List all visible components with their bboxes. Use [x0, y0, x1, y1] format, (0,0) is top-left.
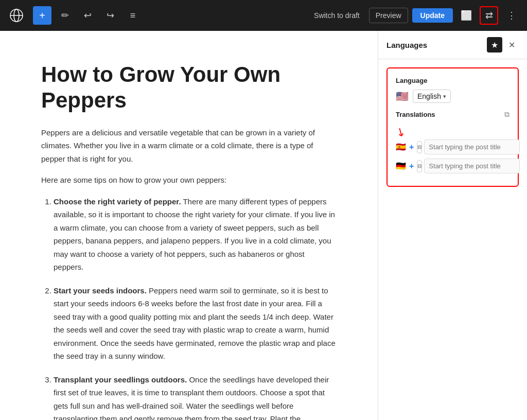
language-section: Language 🇺🇸 English ▾ Translations ⧉ ↘ 🇪…: [387, 67, 519, 187]
intro-paragraph: Peppers are a delicious and versatile ve…: [41, 126, 337, 166]
translation-input-es[interactable]: [424, 139, 520, 154]
panel-header: Languages ★ ✕: [378, 31, 527, 59]
switch-to-draft-button[interactable]: Switch to draft: [309, 8, 365, 23]
tip-bold-2: Start your seeds indoors.: [54, 286, 147, 295]
topbar: + ✏ ↩ ↪ ≡ Switch to draft Preview Update…: [0, 0, 527, 31]
copy-icon: ⧉: [504, 110, 510, 119]
translate-de-button[interactable]: ⊟: [417, 160, 422, 172]
translation-item-es: 🇪🇸 + ⊟: [396, 139, 510, 154]
editor-area: How to Grow Your Own Peppers Peppers are…: [0, 31, 378, 420]
list-item: Start your seeds indoors. Peppers need w…: [54, 284, 337, 363]
red-arrow-icon: ↘: [393, 124, 408, 140]
close-panel-button[interactable]: ✕: [504, 38, 519, 52]
list-item: Choose the right variety of pepper. Ther…: [54, 195, 337, 274]
panel-title: Languages: [387, 41, 427, 49]
post-content: Peppers are a delicious and versatile ve…: [41, 126, 337, 420]
sidebar-panel: Languages ★ ✕ Language 🇺🇸 English ▾ Tran…: [378, 31, 527, 420]
us-flag-icon: 🇺🇸: [396, 90, 409, 102]
tip-bold-1: Choose the right variety of pepper.: [54, 197, 181, 206]
preview-button[interactable]: Preview: [369, 8, 408, 23]
pencil-icon[interactable]: ✏: [56, 6, 74, 25]
language-label: Language: [396, 77, 510, 84]
tip-text-2: Peppers need warm soil to germinate, so …: [54, 286, 336, 361]
de-flag-icon: 🇩🇪: [396, 161, 406, 171]
undo-button[interactable]: ↩: [78, 6, 97, 25]
view-toggle-button[interactable]: ⬜: [457, 6, 476, 25]
translation-input-de[interactable]: [424, 159, 520, 173]
tips-intro: Here are some tips on how to grow your o…: [41, 173, 337, 187]
translation-item-de: 🇩🇪 + ⊟: [396, 159, 510, 173]
panel-header-icons: ★ ✕: [487, 37, 519, 52]
post-title[interactable]: How to Grow Your Own Peppers: [41, 62, 337, 114]
translations-row: Translations ⧉: [396, 110, 510, 119]
add-button[interactable]: +: [33, 6, 51, 25]
translations-label: Translations: [396, 111, 435, 118]
wp-logo: [6, 5, 27, 26]
main-layout: How to Grow Your Own Peppers Peppers are…: [0, 31, 527, 420]
chevron-down-icon: ▾: [443, 93, 446, 100]
translate-es-button[interactable]: ⊟: [417, 141, 422, 153]
tips-list: Choose the right variety of pepper. Ther…: [41, 195, 337, 420]
language-value: English: [417, 92, 441, 100]
language-row: 🇺🇸 English ▾: [396, 90, 510, 103]
translate-button[interactable]: ⇄: [480, 6, 498, 25]
es-flag-icon: 🇪🇸: [396, 142, 406, 152]
more-options-button[interactable]: ⋮: [502, 6, 521, 25]
add-translation-de-button[interactable]: +: [408, 162, 415, 171]
list-item: Transplant your seedlings outdoors. Once…: [54, 373, 337, 420]
language-dropdown[interactable]: English ▾: [413, 90, 451, 103]
list-view-button[interactable]: ≡: [124, 6, 142, 25]
topbar-right: Switch to draft Preview Update ⬜ ⇄ ⋮: [309, 6, 521, 25]
add-translation-es-button[interactable]: +: [408, 143, 415, 152]
update-button[interactable]: Update: [412, 8, 453, 23]
tip-bold-3: Transplant your seedlings outdoors.: [54, 375, 187, 384]
redo-button[interactable]: ↪: [101, 6, 119, 25]
tip-text-1: There are many different types of pepper…: [54, 197, 335, 272]
star-button[interactable]: ★: [487, 37, 502, 52]
arrow-annotation: ↘: [396, 124, 510, 137]
